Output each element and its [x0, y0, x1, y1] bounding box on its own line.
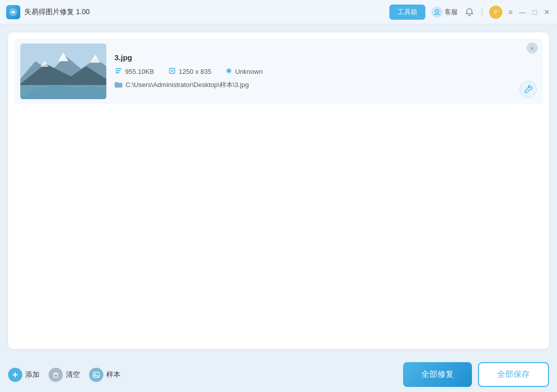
file-size-item: 955.10KB: [114, 67, 154, 76]
bottom-bar: 添加 清空 样本: [0, 357, 557, 392]
file-path-value: C:\Users\Administrator\Desktop\样本\3.jpg: [126, 80, 249, 90]
sample-icon: [89, 368, 103, 382]
svg-point-25: [94, 373, 96, 375]
svg-rect-19: [54, 374, 58, 377]
size-icon: [114, 67, 123, 76]
close-card-button[interactable]: ×: [527, 42, 538, 54]
file-thumbnail: [20, 43, 106, 99]
minimize-button[interactable]: —: [519, 8, 527, 16]
svg-point-16: [227, 69, 231, 73]
add-icon: [8, 368, 22, 382]
title-bar: 失易得图片修复 1.00 工具箱 客服 | P: [0, 0, 557, 24]
bottom-right-buttons: 全部修复 全部保存: [403, 362, 549, 387]
file-meta-row: 955.10KB 1250 x 835: [114, 67, 529, 76]
app-logo: [6, 5, 20, 19]
clear-button[interactable]: 清空: [49, 368, 80, 382]
maximize-button[interactable]: □: [531, 8, 539, 16]
save-all-button[interactable]: 全部保存: [478, 362, 549, 387]
user-avatar[interactable]: P: [489, 6, 502, 19]
bell-icon[interactable]: [464, 7, 475, 18]
svg-point-1: [435, 10, 439, 13]
status-icon: [225, 67, 232, 76]
file-list-area: 3.jpg 955.10KB: [8, 32, 549, 349]
divider: |: [481, 8, 483, 17]
file-status-value: Unknown: [235, 68, 262, 75]
clear-label: 清空: [66, 370, 80, 379]
file-status-item: Unknown: [225, 67, 262, 76]
repair-settings-button[interactable]: [520, 81, 537, 98]
sample-button[interactable]: 样本: [89, 368, 121, 382]
bottom-actions: 添加 清空 样本: [8, 368, 403, 382]
file-dimensions-value: 1250 x 835: [179, 68, 211, 75]
app-title: 失易得图片修复 1.00: [24, 8, 90, 17]
clear-icon: [49, 368, 63, 382]
file-card: 3.jpg 955.10KB: [14, 38, 543, 104]
service-icon: [431, 7, 443, 18]
file-dimensions-item: 1250 x 835: [168, 67, 211, 76]
folder-icon: [114, 81, 123, 90]
svg-text:P: P: [494, 10, 498, 15]
file-name: 3.jpg: [114, 53, 529, 62]
repair-all-button[interactable]: 全部修复: [403, 362, 472, 387]
file-path-row: C:\Users\Administrator\Desktop\样本\3.jpg: [114, 80, 529, 90]
sample-label: 样本: [106, 370, 121, 379]
add-label: 添加: [25, 370, 39, 379]
toolbar-button[interactable]: 工具箱: [389, 5, 425, 20]
file-size-value: 955.10KB: [125, 68, 154, 75]
title-bar-center: 工具箱 客服 | P: [389, 5, 502, 20]
window-controls: ≡ — □ ✕: [506, 8, 551, 16]
file-info: 3.jpg 955.10KB: [106, 51, 537, 92]
svg-rect-12: [115, 68, 122, 69]
menu-button[interactable]: ≡: [506, 8, 514, 16]
close-button[interactable]: ✕: [543, 8, 551, 16]
main-content: 3.jpg 955.10KB: [0, 24, 557, 357]
svg-rect-14: [115, 72, 120, 73]
service-label: 客服: [445, 8, 458, 17]
dimensions-icon: [168, 67, 176, 76]
add-button[interactable]: 添加: [8, 368, 39, 382]
title-bar-left: 失易得图片修复 1.00: [6, 5, 389, 19]
svg-rect-13: [115, 70, 121, 71]
service-button[interactable]: 客服: [431, 7, 458, 18]
